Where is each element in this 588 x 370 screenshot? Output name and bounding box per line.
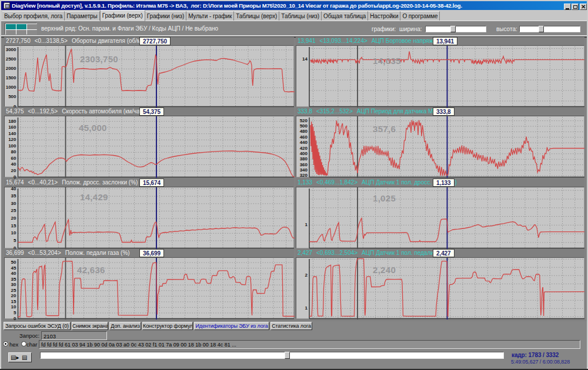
svg-text:14,035: 14,035 — [373, 56, 401, 66]
svg-text:1,025: 1,025 — [373, 193, 396, 203]
svg-text:357,6: 357,6 — [373, 124, 396, 134]
svg-text:2303,750: 2303,750 — [80, 54, 118, 64]
svg-text:2,240: 2,240 — [373, 265, 396, 275]
svg-text:42,636: 42,636 — [77, 265, 105, 275]
svg-text:14,429: 14,429 — [80, 192, 108, 202]
svg-text:45,000: 45,000 — [79, 123, 107, 133]
